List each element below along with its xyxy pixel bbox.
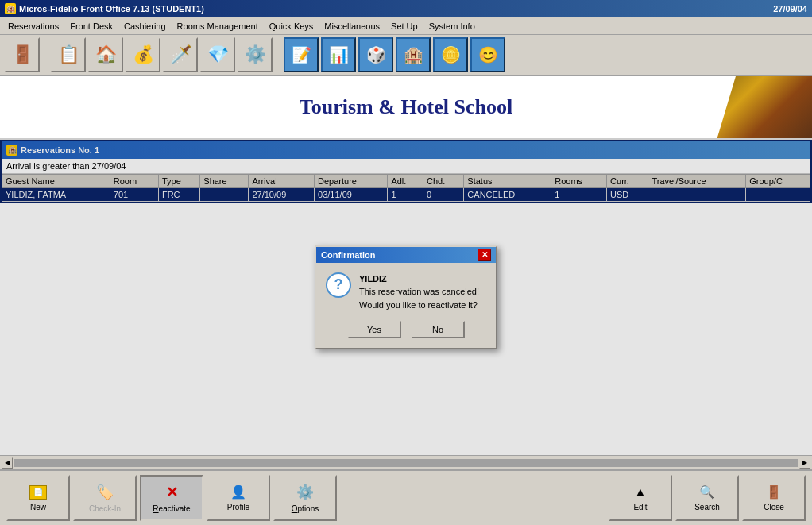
tasks-toolbar-btn[interactable]: 🎲 [358,37,393,72]
reactivate-btn[interactable]: ✕ Reactivate [140,475,203,521]
main-content: 🏨 Reservations No. 1 Arrival is greater … [0,140,812,455]
confirmation-dialog: Confirmation ✕ ? YILDIZ This reservation… [315,245,497,350]
new-icon: 📄 [29,485,47,500]
profile-btn[interactable]: 👤 Profile [207,475,270,521]
reservations-toolbar-btn[interactable]: 📋 [51,37,86,72]
notes-icon: 📝 [292,45,311,64]
toolbar: 🚪 📋 🏠 💰 🗡️ 💎 ⚙️ 📝 📊 🎲 [0,35,812,76]
exit-toolbar-btn[interactable]: 🚪 [5,37,40,72]
checkin-btn: 🏷️ Check-In [73,475,137,521]
dialog-no-button[interactable]: No [411,321,465,338]
menu-setup[interactable]: Set Up [386,20,423,33]
dialog-text: YILDIZ This reservation was canceled!Wou… [359,272,479,312]
header-area: Tourism & Hotel School [0,76,812,140]
notes-toolbar-btn[interactable]: 📝 [284,37,319,72]
dialog-buttons: Yes No [316,318,496,348]
cashiering-toolbar-btn[interactable]: 💰 [126,37,160,72]
modal-overlay: Confirmation ✕ ? YILDIZ This reservation… [0,140,812,455]
current-date: 27/09/04 [773,4,807,14]
scroll-area: ◀ ▶ [0,455,812,469]
menu-cashiering[interactable]: Cashiering [119,20,171,33]
dialog-body: ? YILDIZ This reservation was canceled!W… [316,263,496,318]
title-bar: 🏨 Micros-Fidelio Front Office 7.13 (STUD… [0,0,812,17]
dialog-close-button[interactable]: ✕ [478,249,491,261]
checkin-icon: 🏷️ [96,484,114,501]
reports-toolbar-btn[interactable]: 📊 [321,37,356,72]
reservations-icon: 📋 [58,44,79,65]
checkin-label: Check-In [89,504,121,513]
rooms-icon: 🗡️ [170,44,191,65]
options-btn[interactable]: ⚙️ Options [273,475,337,521]
hotel-title: Tourism & Hotel School [300,95,512,119]
bottom-toolbar: 📄 New 🏷️ Check-In ✕ Reactivate 👤 Profile… [0,469,812,525]
housekeeping-toolbar-btn[interactable]: 🏨 [396,37,431,72]
misc-icon: 💎 [207,44,229,65]
tasks-icon: 🎲 [366,45,386,64]
close-btn[interactable]: 🚪 Close [742,475,806,521]
menu-sysinfo[interactable]: System Info [424,20,480,33]
setup-icon: ⚙️ [245,44,266,65]
dialog-title-bar: Confirmation ✕ [316,247,496,263]
search-label: Search [694,503,720,511]
dialog-message: This reservation was canceled!Would you … [359,287,479,310]
exit-icon: 🚪 [12,44,33,65]
menu-frontdesk[interactable]: Front Desk [65,20,118,33]
misc-toolbar-btn[interactable]: 💎 [200,37,235,72]
options-label: Options [292,504,319,513]
frontdesk-icon: 🏠 [95,44,117,65]
dialog-yes-button[interactable]: Yes [347,321,401,338]
dialog-title: Confirmation [321,250,375,260]
setup-toolbar-btn[interactable]: ⚙️ [238,37,273,72]
reactivate-label: Reactivate [153,504,190,513]
profile-label: Profile [227,503,249,511]
housekeeping-icon: 🏨 [404,45,423,64]
scroll-track[interactable] [14,459,798,467]
new-btn[interactable]: 📄 New [6,475,70,521]
menu-quickkeys[interactable]: Quick Keys [265,20,319,33]
reactivate-icon: ✕ [166,484,178,501]
profile-icon: 👤 [230,484,246,500]
accounts-icon: 🪙 [441,45,461,64]
scroll-left-btn[interactable]: ◀ [2,457,13,469]
profile-toolbar-btn[interactable]: 😊 [470,37,505,72]
header-decoration [717,76,812,140]
profile-tb-icon: 😊 [478,45,498,64]
accounts-toolbar-btn[interactable]: 🪙 [433,37,468,72]
rooms-toolbar-btn[interactable]: 🗡️ [163,37,198,72]
edit-icon: ▲ [634,485,647,500]
app-icon: 🏨 [5,3,16,14]
app-title: Micros-Fidelio Front Office 7.13 (STUDEN… [19,4,204,14]
close-label: Close [764,503,784,511]
dialog-guest-name: YILDIZ [359,274,387,284]
search-icon: 🔍 [699,484,715,500]
menu-bar: Reservations Front Desk Cashiering Rooms… [0,17,812,35]
menu-rooms[interactable]: Rooms Management [172,20,263,33]
frontdesk-toolbar-btn[interactable]: 🏠 [88,37,123,72]
cashiering-icon: 💰 [133,44,154,65]
close-icon: 🚪 [766,484,782,500]
question-icon: ? [326,272,351,298]
scroll-right-btn[interactable]: ▶ [799,457,810,469]
edit-label: Edit [633,503,647,511]
edit-btn[interactable]: ▲ Edit [609,475,672,521]
menu-reservations[interactable]: Reservations [3,20,64,33]
new-label: New [30,503,46,511]
options-icon: ⚙️ [296,484,314,501]
search-btn[interactable]: 🔍 Search [675,475,739,521]
menu-misc[interactable]: Miscellaneous [319,20,385,33]
reports-icon: 📊 [329,45,349,64]
